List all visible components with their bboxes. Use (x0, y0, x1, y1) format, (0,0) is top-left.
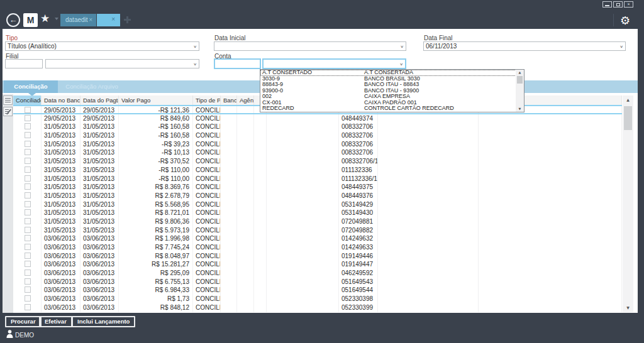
cell-data-pagto: 03/06/2013 (80, 295, 119, 303)
table-row[interactable]: 03/06/201303/06/2013R$ 295,09CONCILIACA.… (13, 269, 622, 278)
back-button[interactable]: ← (6, 13, 20, 27)
favorites-star-icon[interactable]: ★ (40, 12, 50, 24)
table-row[interactable]: 03/06/201303/06/2013R$ 6.755,13CONCILIAC… (13, 278, 622, 286)
header-data-banco[interactable]: Data no Banco (42, 95, 80, 105)
row-checkbox[interactable] (25, 123, 31, 129)
table-row[interactable]: 31/05/201331/05/2013-R$ 10,13CONCILIACA.… (13, 148, 622, 157)
procurar-button[interactable]: Procurar (5, 316, 42, 327)
tipo-combobox[interactable]: Títulos (Analítico) ∨ (5, 41, 199, 51)
row-checkbox[interactable] (25, 201, 31, 207)
table-row[interactable]: 03/06/201303/06/2013R$ 7.745,24CONCILIAC… (13, 243, 622, 252)
row-checkbox[interactable] (25, 244, 31, 250)
cell-banco (221, 148, 237, 157)
header-conciliado[interactable]: Conciliado (13, 95, 42, 105)
new-tab-icon[interactable] (124, 19, 131, 21)
table-row[interactable]: 31/05/201331/05/2013-R$ 160,58CONCILIACA… (13, 122, 622, 131)
table-row[interactable]: 31/05/201331/05/2013R$ 8.369,76CONCILIAC… (13, 183, 622, 192)
table-row[interactable]: 31/05/201331/05/2013-R$ 39,23CONCILIACA.… (13, 140, 622, 149)
toolbar-tab-active[interactable]: × (97, 14, 120, 26)
row-checkbox[interactable] (25, 261, 31, 267)
cell-col12 (479, 175, 622, 183)
row-checkbox[interactable] (25, 115, 31, 121)
row-checkbox[interactable] (25, 235, 31, 241)
cell-data-banco: 29/05/2013 (42, 106, 80, 113)
table-row[interactable]: 03/06/201303/06/2013R$ 6.984,33CONCILIAC… (13, 286, 622, 295)
row-checkbox[interactable] (25, 183, 31, 190)
maximize-button[interactable] (613, 1, 623, 8)
tab-conciliacao-arquivo[interactable]: Conciliação Arquivo (60, 80, 123, 93)
table-row[interactable]: 31/05/201331/05/2013R$ 8.721,01CONCILIAC… (13, 209, 622, 217)
data-final-combobox[interactable]: 06/11/2013 ∨ (423, 41, 626, 51)
header-data-pagto[interactable]: Data do Pagto (80, 95, 119, 105)
table-row[interactable]: 31/05/201331/05/2013-R$ 110,00CONCILIACA… (13, 175, 622, 183)
scrollbar-thumb[interactable] (624, 106, 632, 130)
tab-close-icon[interactable]: × (89, 14, 92, 26)
row-checkbox[interactable] (25, 304, 31, 310)
table-row[interactable]: 31/05/201331/05/2013-R$ 160,58CONCILIACA… (13, 131, 622, 140)
inclui-lancamento-button[interactable]: Inclui Lançamento (72, 316, 135, 327)
row-checkbox[interactable] (25, 278, 31, 285)
row-checkbox[interactable] (25, 270, 31, 276)
tab-close-icon[interactable]: × (111, 16, 115, 23)
row-checkbox[interactable] (25, 132, 31, 138)
cell-col12 (479, 234, 622, 243)
row-checkbox[interactable] (25, 107, 31, 113)
row-checkbox[interactable] (25, 218, 31, 224)
table-row[interactable]: 03/06/201303/06/2013R$ 1.996,98CONCILIAC… (13, 234, 622, 243)
toolbar-tab-dataedit[interactable]: dataedit × (60, 14, 96, 26)
cell-col11 (378, 166, 479, 175)
table-row[interactable]: 03/06/201303/06/2013R$ 15.281,27CONCILIA… (13, 260, 622, 269)
table-row[interactable]: 31/05/201331/05/2013-R$ 110,00CONCILIACA… (13, 166, 622, 175)
cell-data-pagto: 29/05/2013 (80, 114, 119, 123)
table-row[interactable]: 03/06/201303/06/2013R$ 1,73CONCILIACA...… (13, 295, 622, 303)
filial-combobox[interactable]: ∨ (45, 59, 199, 68)
settings-gear-icon[interactable]: ⚙ (620, 14, 630, 27)
table-row[interactable]: 31/05/201331/05/2013-R$ 370,52CONCILIACA… (13, 157, 622, 166)
table-row[interactable]: 31/05/201331/05/2013R$ 9.806,36CONCILIAC… (13, 217, 622, 226)
row-checkbox[interactable] (25, 209, 31, 215)
minimize-button[interactable] (602, 1, 612, 8)
row-checkbox[interactable] (25, 175, 31, 182)
cell-valor-pago: R$ 1,73 (119, 295, 193, 303)
table-row[interactable]: 31/05/201331/05/2013R$ 2.678,79CONCILIAC… (13, 192, 622, 200)
scroll-up-icon[interactable]: ▲ (623, 95, 633, 104)
filial-code-input[interactable] (5, 59, 43, 68)
grid-customize-button[interactable] (3, 95, 13, 105)
row-checkbox[interactable] (25, 227, 31, 233)
cell-col11 (378, 295, 479, 303)
cell-col8 (254, 278, 267, 286)
scroll-up-icon[interactable]: ▲ (516, 70, 524, 75)
header-agencia[interactable]: Agência (237, 95, 254, 105)
table-row[interactable]: 03/06/201303/06/2013R$ 8.048,97CONCILIAC… (13, 252, 622, 261)
row-checkbox[interactable] (25, 253, 31, 259)
dropdown-scrollbar[interactable]: ▲ ▼ (516, 70, 524, 112)
header-tipo-pagto[interactable]: Tipo de Pagto (193, 95, 221, 105)
table-row[interactable]: 29/05/201329/05/2013R$ 849,60CONCILIACA.… (13, 114, 622, 123)
row-checkbox[interactable] (25, 166, 31, 173)
favorites-caret-icon[interactable] (55, 18, 58, 20)
scroll-down-icon[interactable]: ▼ (623, 303, 633, 312)
table-row[interactable]: 31/05/201331/05/2013R$ 5.973,19CONCILIAC… (13, 226, 622, 235)
table-row[interactable]: 03/06/201303/06/2013R$ 848,12CONCILIACA.… (13, 303, 622, 312)
efetivar-button[interactable]: Efetivar (39, 316, 72, 327)
cell-valor-pago: -R$ 160,58 (119, 122, 193, 131)
header-valor-pago[interactable]: Valor Pago (119, 95, 193, 105)
vertical-scrollbar[interactable]: ▲ ▼ (623, 95, 633, 312)
row-checkbox[interactable] (25, 141, 31, 147)
dropdown-item[interactable]: REDECARDCONTROLE CARTÃO REDECARD (260, 106, 524, 112)
tab-conciliacao-manual[interactable]: Conciliação Manual (4, 80, 58, 93)
conta-code-input[interactable] (214, 58, 261, 69)
header-banco[interactable]: Banco (221, 95, 237, 105)
table-row[interactable]: 31/05/201331/05/2013R$ 5.568,95CONCILIAC… (13, 200, 622, 209)
grid-edit-filter-button[interactable] (3, 107, 13, 116)
row-checkbox[interactable] (25, 286, 31, 293)
scroll-down-icon[interactable]: ▼ (516, 106, 524, 112)
row-checkbox[interactable] (25, 149, 31, 155)
scrollbar-thumb[interactable] (517, 76, 523, 84)
row-checkbox[interactable] (25, 192, 31, 199)
close-button[interactable]: × (624, 1, 633, 8)
data-inicial-combobox[interactable]: ∨ (214, 41, 406, 51)
conta-combobox[interactable]: ∨ (262, 58, 406, 69)
row-checkbox[interactable] (25, 295, 31, 302)
row-checkbox[interactable] (25, 158, 31, 164)
